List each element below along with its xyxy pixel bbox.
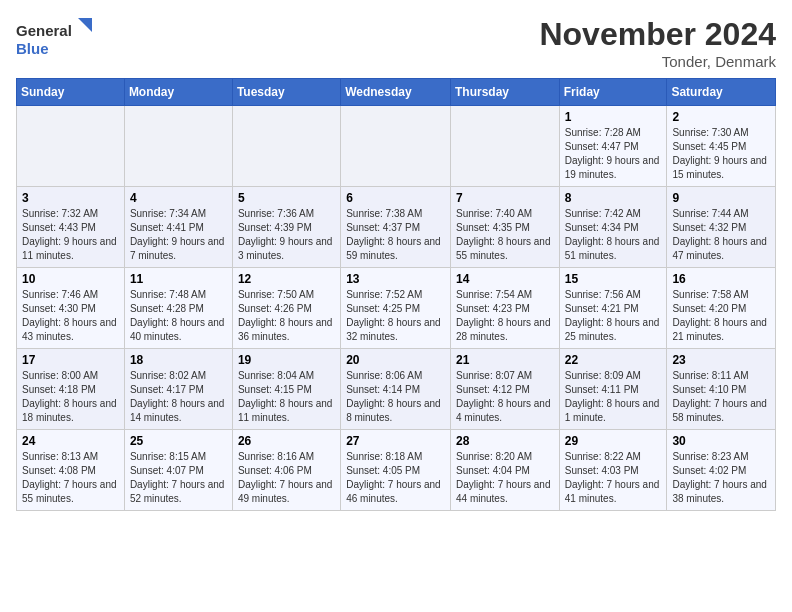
day-number: 1 [565,110,662,124]
logo-icon: General Blue [16,16,96,61]
day-number: 18 [130,353,227,367]
calendar-cell: 21Sunrise: 8:07 AMSunset: 4:12 PMDayligh… [450,349,559,430]
day-number: 12 [238,272,335,286]
day-detail: Sunrise: 8:23 AMSunset: 4:02 PMDaylight:… [672,451,767,504]
logo: General Blue [16,16,96,61]
calendar-cell [450,106,559,187]
day-detail: Sunrise: 8:18 AMSunset: 4:05 PMDaylight:… [346,451,441,504]
day-number: 24 [22,434,119,448]
day-detail: Sunrise: 7:58 AMSunset: 4:20 PMDaylight:… [672,289,767,342]
day-detail: Sunrise: 8:02 AMSunset: 4:17 PMDaylight:… [130,370,225,423]
calendar-cell [341,106,451,187]
day-number: 9 [672,191,770,205]
calendar-cell: 26Sunrise: 8:16 AMSunset: 4:06 PMDayligh… [232,430,340,511]
day-detail: Sunrise: 7:52 AMSunset: 4:25 PMDaylight:… [346,289,441,342]
calendar-cell: 25Sunrise: 8:15 AMSunset: 4:07 PMDayligh… [124,430,232,511]
day-detail: Sunrise: 7:50 AMSunset: 4:26 PMDaylight:… [238,289,333,342]
svg-text:General: General [16,22,72,39]
day-detail: Sunrise: 7:38 AMSunset: 4:37 PMDaylight:… [346,208,441,261]
calendar-week-row: 17Sunrise: 8:00 AMSunset: 4:18 PMDayligh… [17,349,776,430]
calendar-cell: 30Sunrise: 8:23 AMSunset: 4:02 PMDayligh… [667,430,776,511]
calendar-cell: 15Sunrise: 7:56 AMSunset: 4:21 PMDayligh… [559,268,667,349]
day-number: 11 [130,272,227,286]
day-detail: Sunrise: 7:48 AMSunset: 4:28 PMDaylight:… [130,289,225,342]
calendar-week-row: 3Sunrise: 7:32 AMSunset: 4:43 PMDaylight… [17,187,776,268]
calendar-week-row: 24Sunrise: 8:13 AMSunset: 4:08 PMDayligh… [17,430,776,511]
day-detail: Sunrise: 7:54 AMSunset: 4:23 PMDaylight:… [456,289,551,342]
location: Tonder, Denmark [539,53,776,70]
day-number: 4 [130,191,227,205]
calendar-cell: 16Sunrise: 7:58 AMSunset: 4:20 PMDayligh… [667,268,776,349]
calendar-cell: 18Sunrise: 8:02 AMSunset: 4:17 PMDayligh… [124,349,232,430]
day-detail: Sunrise: 8:15 AMSunset: 4:07 PMDaylight:… [130,451,225,504]
day-detail: Sunrise: 7:28 AMSunset: 4:47 PMDaylight:… [565,127,660,180]
col-tuesday: Tuesday [232,79,340,106]
calendar-cell: 22Sunrise: 8:09 AMSunset: 4:11 PMDayligh… [559,349,667,430]
calendar-cell [17,106,125,187]
col-wednesday: Wednesday [341,79,451,106]
day-detail: Sunrise: 8:09 AMSunset: 4:11 PMDaylight:… [565,370,660,423]
day-detail: Sunrise: 8:22 AMSunset: 4:03 PMDaylight:… [565,451,660,504]
day-detail: Sunrise: 7:46 AMSunset: 4:30 PMDaylight:… [22,289,117,342]
calendar-week-row: 10Sunrise: 7:46 AMSunset: 4:30 PMDayligh… [17,268,776,349]
day-detail: Sunrise: 8:06 AMSunset: 4:14 PMDaylight:… [346,370,441,423]
day-number: 20 [346,353,445,367]
calendar-cell [124,106,232,187]
day-detail: Sunrise: 8:04 AMSunset: 4:15 PMDaylight:… [238,370,333,423]
title-area: November 2024 Tonder, Denmark [539,16,776,70]
col-saturday: Saturday [667,79,776,106]
calendar-week-row: 1Sunrise: 7:28 AMSunset: 4:47 PMDaylight… [17,106,776,187]
calendar-cell: 1Sunrise: 7:28 AMSunset: 4:47 PMDaylight… [559,106,667,187]
day-detail: Sunrise: 7:34 AMSunset: 4:41 PMDaylight:… [130,208,225,261]
col-friday: Friday [559,79,667,106]
day-number: 21 [456,353,554,367]
day-detail: Sunrise: 7:32 AMSunset: 4:43 PMDaylight:… [22,208,117,261]
calendar-cell: 13Sunrise: 7:52 AMSunset: 4:25 PMDayligh… [341,268,451,349]
calendar-cell: 10Sunrise: 7:46 AMSunset: 4:30 PMDayligh… [17,268,125,349]
day-number: 26 [238,434,335,448]
day-number: 25 [130,434,227,448]
day-detail: Sunrise: 8:11 AMSunset: 4:10 PMDaylight:… [672,370,767,423]
svg-text:Blue: Blue [16,40,49,57]
day-number: 29 [565,434,662,448]
calendar-cell: 23Sunrise: 8:11 AMSunset: 4:10 PMDayligh… [667,349,776,430]
svg-marker-2 [78,18,92,32]
calendar-cell: 12Sunrise: 7:50 AMSunset: 4:26 PMDayligh… [232,268,340,349]
day-detail: Sunrise: 7:44 AMSunset: 4:32 PMDaylight:… [672,208,767,261]
day-number: 28 [456,434,554,448]
calendar-cell [232,106,340,187]
day-number: 30 [672,434,770,448]
day-detail: Sunrise: 7:36 AMSunset: 4:39 PMDaylight:… [238,208,333,261]
calendar-cell: 6Sunrise: 7:38 AMSunset: 4:37 PMDaylight… [341,187,451,268]
day-number: 17 [22,353,119,367]
day-number: 23 [672,353,770,367]
day-number: 6 [346,191,445,205]
calendar-cell: 7Sunrise: 7:40 AMSunset: 4:35 PMDaylight… [450,187,559,268]
calendar-cell: 27Sunrise: 8:18 AMSunset: 4:05 PMDayligh… [341,430,451,511]
day-number: 13 [346,272,445,286]
day-number: 8 [565,191,662,205]
day-detail: Sunrise: 8:13 AMSunset: 4:08 PMDaylight:… [22,451,117,504]
calendar-cell: 24Sunrise: 8:13 AMSunset: 4:08 PMDayligh… [17,430,125,511]
calendar-cell: 8Sunrise: 7:42 AMSunset: 4:34 PMDaylight… [559,187,667,268]
day-number: 3 [22,191,119,205]
day-detail: Sunrise: 8:16 AMSunset: 4:06 PMDaylight:… [238,451,333,504]
calendar-cell: 20Sunrise: 8:06 AMSunset: 4:14 PMDayligh… [341,349,451,430]
day-number: 19 [238,353,335,367]
col-sunday: Sunday [17,79,125,106]
calendar-cell: 28Sunrise: 8:20 AMSunset: 4:04 PMDayligh… [450,430,559,511]
day-detail: Sunrise: 8:00 AMSunset: 4:18 PMDaylight:… [22,370,117,423]
day-number: 22 [565,353,662,367]
day-detail: Sunrise: 7:40 AMSunset: 4:35 PMDaylight:… [456,208,551,261]
day-number: 7 [456,191,554,205]
calendar-cell: 3Sunrise: 7:32 AMSunset: 4:43 PMDaylight… [17,187,125,268]
col-thursday: Thursday [450,79,559,106]
calendar-cell: 14Sunrise: 7:54 AMSunset: 4:23 PMDayligh… [450,268,559,349]
calendar-cell: 5Sunrise: 7:36 AMSunset: 4:39 PMDaylight… [232,187,340,268]
day-number: 14 [456,272,554,286]
day-number: 10 [22,272,119,286]
calendar-header-row: Sunday Monday Tuesday Wednesday Thursday… [17,79,776,106]
calendar-cell: 29Sunrise: 8:22 AMSunset: 4:03 PMDayligh… [559,430,667,511]
day-number: 5 [238,191,335,205]
day-detail: Sunrise: 8:20 AMSunset: 4:04 PMDaylight:… [456,451,551,504]
